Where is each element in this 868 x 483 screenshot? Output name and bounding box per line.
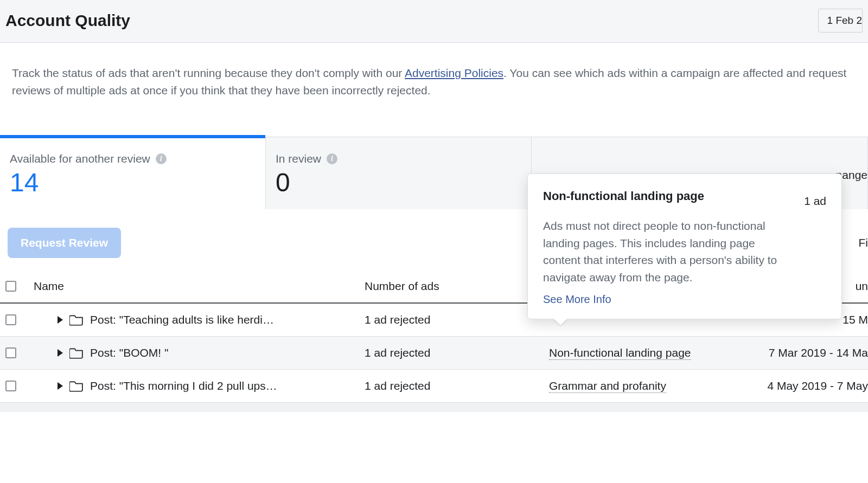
row-checkbox[interactable]: [5, 347, 16, 358]
tooltip-title: Non-functional landing page: [543, 188, 704, 204]
date-range-button[interactable]: 1 Feb 2: [818, 9, 863, 33]
header-bar: Account Quality 1 Feb 2: [0, 0, 868, 43]
tab-in-review-count: 0: [276, 168, 521, 197]
row-checkbox[interactable]: [5, 381, 16, 391]
chevron-right-icon[interactable]: [58, 382, 63, 390]
info-icon[interactable]: i: [327, 153, 337, 164]
row-reason-link[interactable]: Non-functional landing page: [549, 346, 691, 360]
tab-in-review-label: In review: [276, 152, 321, 165]
row-name[interactable]: Post: "Teaching adults is like herdi…: [90, 313, 274, 326]
tooltip-caret-icon: [554, 319, 567, 325]
intro-text: Track the status of ads that aren't runn…: [0, 43, 868, 137]
row-number: 1 ad rejected: [365, 313, 549, 326]
tab-available-count: 14: [10, 168, 256, 197]
advertising-policies-link[interactable]: Advertising Policies: [405, 67, 503, 79]
folder-icon: [69, 380, 84, 392]
tab-available-label: Available for another review: [10, 152, 150, 165]
col-header-number[interactable]: Number of ads: [365, 280, 549, 293]
row-reason-link[interactable]: Grammar and profanity: [549, 379, 666, 393]
tab-in-review[interactable]: In review i 0: [266, 137, 532, 209]
row-checkbox[interactable]: [5, 314, 16, 325]
row-name[interactable]: Post: "This morning I did 2 pull ups…: [90, 379, 277, 392]
tooltip-count: 1 ad: [804, 188, 826, 208]
row-number: 1 ad rejected: [365, 346, 549, 359]
request-review-button[interactable]: Request Review: [8, 228, 121, 258]
col-header-name[interactable]: Name: [34, 280, 365, 293]
table-row: Post: "This morning I did 2 pull ups… 1 …: [0, 369, 868, 402]
chevron-right-icon[interactable]: [58, 316, 63, 324]
reason-tooltip: Non-functional landing page 1 ad Ads mus…: [527, 173, 842, 319]
page-title: Account Quality: [5, 11, 130, 30]
intro-text-before: Track the status of ads that aren't runn…: [12, 67, 405, 79]
table-row: Post: "BOOM! " 1 ad rejected Non-functio…: [0, 336, 868, 369]
folder-icon: [69, 347, 84, 359]
filter-label[interactable]: Fi: [859, 236, 869, 249]
row-name[interactable]: Post: "BOOM! ": [90, 346, 168, 359]
row-date: 7 Mar 2019 - 14 Ma: [761, 346, 868, 359]
info-icon[interactable]: i: [156, 153, 167, 164]
row-number: 1 ad rejected: [365, 379, 549, 392]
folder-icon: [69, 314, 84, 326]
select-all-checkbox[interactable]: [5, 281, 16, 292]
row-date: 4 May 2019 - 7 May: [761, 379, 868, 392]
tooltip-body: Ads must not direct people to non-functi…: [543, 217, 782, 286]
tooltip-see-more-link[interactable]: See More Info: [543, 293, 826, 306]
footer-strip: [0, 402, 868, 412]
chevron-right-icon[interactable]: [58, 349, 63, 357]
tab-available-for-review[interactable]: Available for another review i 14: [0, 137, 266, 209]
